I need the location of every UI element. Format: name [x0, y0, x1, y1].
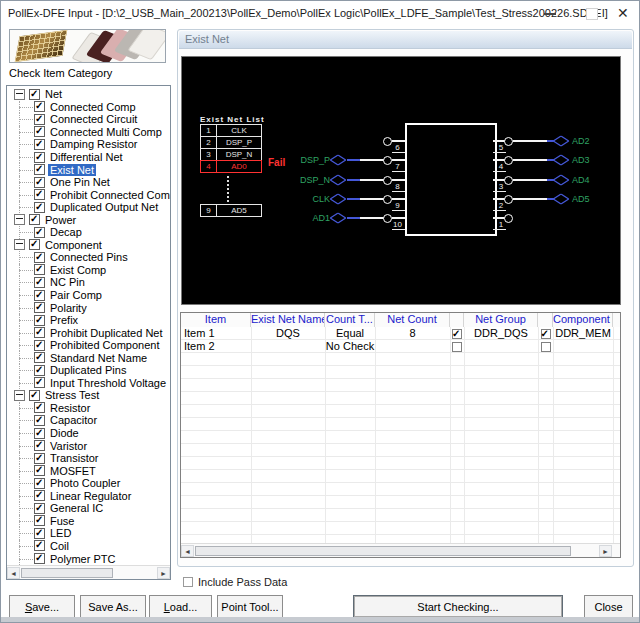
start-checking-button[interactable]: Start Checking...	[353, 595, 563, 618]
tree-item-label[interactable]: Duplicated Output Net	[48, 201, 160, 213]
cell-component-group[interactable]: DDR_MEM	[553, 327, 613, 340]
tree-item[interactable]: MOSFET	[7, 464, 170, 477]
tree-item-label[interactable]: NC Pin	[48, 276, 87, 288]
tree-item-label[interactable]: Stress Test	[43, 389, 101, 401]
tree-item-label[interactable]: Fuse	[48, 515, 76, 527]
tree-checkbox[interactable]	[34, 553, 45, 564]
tree-item-label[interactable]: Polymer PTC	[48, 553, 117, 565]
cell-component-group[interactable]	[553, 340, 613, 353]
tree-checkbox[interactable]	[29, 390, 40, 401]
tree-checkbox[interactable]	[34, 202, 45, 213]
tree-item[interactable]: Duplicated Pins	[7, 364, 170, 377]
point-tool-button[interactable]: Point Tool...	[217, 595, 283, 618]
tree-item-label[interactable]: Capacitor	[48, 414, 99, 426]
tree-item-label[interactable]: Differential Net	[48, 151, 125, 163]
tree-item-label[interactable]: Transistor	[48, 452, 101, 464]
tree-checkbox[interactable]	[34, 227, 45, 238]
tree-item-label[interactable]: Prohibited Component	[48, 339, 161, 351]
column-header-exist-net-name[interactable]: Exist Net Name	[251, 313, 325, 327]
tree-checkbox[interactable]	[34, 114, 45, 125]
tree-item[interactable]: Input Threshold Voltage	[7, 377, 170, 390]
tree-item[interactable]: Fuse	[7, 515, 170, 528]
tree-item-label[interactable]: Prefix	[48, 314, 80, 326]
table-row[interactable]: Item 1 DQS Equal 8 DDR_DQS DDR_MEM	[181, 327, 620, 340]
cell-net-count[interactable]: 8	[375, 327, 450, 340]
tree-item[interactable]: Varistor	[7, 439, 170, 452]
save-button[interactable]: Save...	[9, 595, 75, 618]
tree-item-label[interactable]: Damping Resistor	[48, 138, 139, 150]
cell-exist-net-name[interactable]: DQS	[251, 327, 325, 340]
tree-checkbox[interactable]	[34, 377, 45, 388]
tree-item-label[interactable]: Net	[43, 88, 64, 100]
tree-item[interactable]: Connected Circuit	[7, 113, 170, 126]
tree-item[interactable]: Prohibit Duplicated Net	[7, 326, 170, 339]
tree-item[interactable]: Resistor	[7, 402, 170, 415]
tree-item-label[interactable]: Linear Regulator	[48, 490, 133, 502]
cell-net-count[interactable]	[375, 340, 450, 353]
tree-checkbox[interactable]	[34, 152, 45, 163]
tree-item[interactable]: Differential Net	[7, 151, 170, 164]
tree-item-label[interactable]: Diode	[48, 427, 81, 439]
tree-item-label[interactable]: Connected Multi Comp	[48, 126, 164, 138]
tree-item-label[interactable]: Exist Comp	[48, 264, 108, 276]
tree-checkbox[interactable]	[34, 177, 45, 188]
tree-item-label[interactable]: Duplicated Pins	[48, 364, 128, 376]
tree-item[interactable]: Net	[7, 88, 170, 101]
tree-item-label[interactable]: Pair Comp	[48, 289, 104, 301]
tree-item-label[interactable]: LED	[48, 527, 73, 539]
close-button[interactable]: Close	[584, 595, 633, 618]
tree-item[interactable]: Diode	[7, 427, 170, 440]
tree-item[interactable]: Standard Net Name	[7, 351, 170, 364]
tree-item-label[interactable]: Prohibit Connected Comp	[48, 189, 171, 201]
tree-item-label[interactable]: Decap	[48, 226, 84, 238]
tree-checkbox[interactable]	[34, 528, 45, 539]
column-header-net-group[interactable]: Net Group	[464, 313, 538, 327]
tree-item[interactable]: Duplicated Output Net	[7, 201, 170, 214]
minimize-icon[interactable]	[544, 13, 556, 15]
tree-item-label[interactable]: Component	[43, 239, 104, 251]
column-header-item[interactable]: Item	[181, 313, 251, 327]
tree-checkbox[interactable]	[29, 214, 40, 225]
tree-checkbox[interactable]	[34, 465, 45, 476]
close-icon[interactable]: ✕	[617, 5, 629, 21]
net-group-checkbox[interactable]	[452, 329, 462, 339]
tree-item-label[interactable]: MOSFET	[48, 465, 98, 477]
tree-checkbox[interactable]	[29, 239, 40, 250]
tree-item[interactable]: Prefix	[7, 314, 170, 327]
cell-count-type[interactable]: Equal	[325, 327, 375, 340]
collapse-icon[interactable]	[14, 390, 25, 401]
tree-item[interactable]: Coil	[7, 540, 170, 553]
tree-item[interactable]: Pair Comp	[7, 289, 170, 302]
cell-net-group[interactable]: DDR_DQS	[464, 327, 538, 340]
collapse-icon[interactable]	[14, 214, 25, 225]
tree-item[interactable]: Linear Regulator	[7, 490, 170, 503]
tree-checkbox[interactable]	[34, 428, 45, 439]
tree-item[interactable]: Component	[7, 239, 170, 252]
tree-checkbox[interactable]	[34, 302, 45, 313]
table-horizontal-scrollbar[interactable]: ◄ ►	[181, 543, 620, 557]
tree-item-label[interactable]: Resistor	[48, 402, 92, 414]
tree-checkbox[interactable]	[34, 264, 45, 275]
include-pass-data-checkbox[interactable]	[183, 577, 193, 587]
tree-item[interactable]: Damping Resistor	[7, 138, 170, 151]
tree-checkbox[interactable]	[34, 277, 45, 288]
tree-item[interactable]: Connected Multi Comp	[7, 126, 170, 139]
tree-checkbox[interactable]	[34, 365, 45, 376]
tree-item[interactable]: LED	[7, 527, 170, 540]
column-header-net-count[interactable]: Net Count	[375, 313, 450, 327]
tree-item[interactable]: Polarity	[7, 301, 170, 314]
tree-checkbox[interactable]	[34, 101, 45, 112]
tree-checkbox[interactable]	[34, 490, 45, 501]
tree-item[interactable]: Exist Comp	[7, 264, 170, 277]
tree-item-label[interactable]: Coil	[48, 540, 71, 552]
tree-item-label[interactable]: Connected Circuit	[48, 113, 139, 125]
comp-group-checkbox[interactable]	[541, 329, 551, 339]
tree-checkbox[interactable]	[29, 89, 40, 100]
tree-item[interactable]: Connected Comp	[7, 101, 170, 114]
tree-checkbox[interactable]	[34, 139, 45, 150]
scroll-left-icon[interactable]: ◄	[181, 545, 194, 557]
tree-checkbox[interactable]	[34, 540, 45, 551]
tree-item[interactable]: Exist Net	[7, 163, 170, 176]
column-header-comp-group-check[interactable]	[538, 313, 553, 327]
tree-item-label[interactable]: Standard Net Name	[48, 352, 149, 364]
